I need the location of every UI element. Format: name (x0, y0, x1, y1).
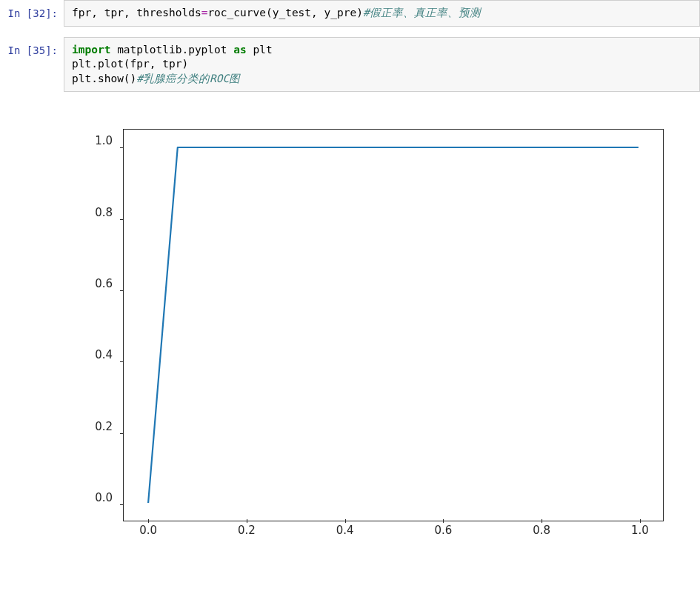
output-area: 0.00.20.40.60.81.00.00.20.40.60.81.0 (64, 102, 700, 564)
x-tick: 0.8 (533, 524, 550, 537)
y-tick-label: 0.8 (95, 206, 113, 219)
x-tick-label: 0.0 (139, 524, 157, 537)
code-input[interactable]: import matplotlib.pyplot as plt plt.plot… (64, 37, 700, 93)
x-tick-label: 0.4 (336, 524, 354, 537)
output-cell: 0.00.20.40.60.81.00.00.20.40.60.81.0 (0, 102, 700, 564)
y-tick-label: 0.4 (95, 348, 113, 361)
y-tick-label: 1.0 (95, 134, 113, 147)
x-tick: 0.2 (238, 524, 256, 537)
in-prompt-number: [35]: (27, 44, 58, 56)
y-tick-label: 0.0 (95, 491, 113, 504)
x-tick-label: 0.8 (533, 524, 550, 537)
x-tick-label: 1.0 (631, 524, 649, 537)
in-prompt-number: [32]: (27, 7, 58, 19)
y-tick-label: 0.2 (95, 420, 113, 433)
x-tick: 1.0 (631, 524, 649, 537)
in-prompt-label: In (8, 44, 27, 56)
in-prompt: In [32]: (0, 0, 64, 27)
x-tick: 0.6 (434, 524, 452, 537)
in-prompt: In [35]: (0, 37, 64, 93)
plot-axes: 0.00.20.40.60.81.00.00.20.40.60.81.0 (123, 129, 664, 521)
x-tick-label: 0.6 (434, 524, 452, 537)
x-tick-label: 0.2 (238, 524, 256, 537)
code-cell: In [32]: fpr, tpr, thresholds=roc_curve(… (0, 0, 700, 27)
roc-curve-line (124, 130, 663, 521)
roc-plot: 0.00.20.40.60.81.00.00.20.40.60.81.0 (71, 116, 682, 564)
code-cell: In [35]: import matplotlib.pyplot as plt… (0, 37, 700, 93)
code-input[interactable]: fpr, tpr, thresholds=roc_curve(y_test, y… (64, 0, 700, 27)
x-tick: 0.0 (139, 524, 157, 537)
in-prompt-label: In (8, 7, 27, 19)
out-prompt (0, 102, 64, 564)
y-tick-label: 0.6 (95, 277, 113, 290)
x-tick: 0.4 (336, 524, 354, 537)
